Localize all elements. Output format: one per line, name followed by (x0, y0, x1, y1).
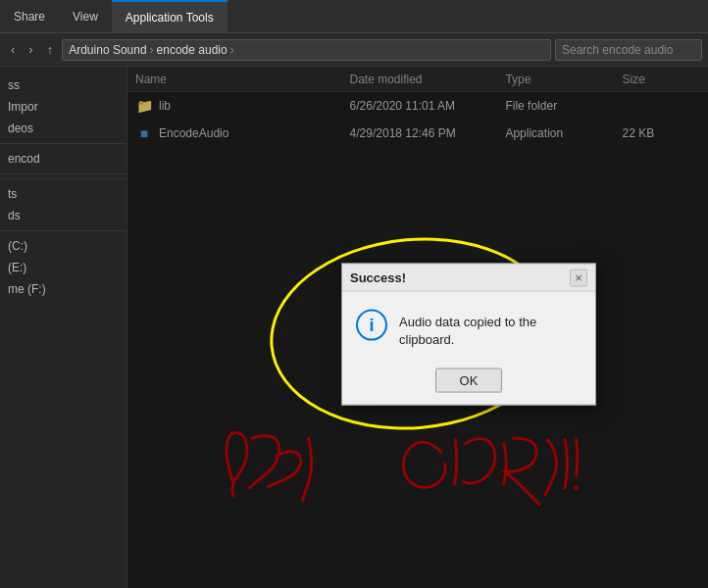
crumb-arduino: Arduino Sound (69, 43, 146, 57)
ribbon-bar: Share View Application Tools (0, 0, 708, 33)
sidebar-item-ss[interactable]: ss (0, 74, 126, 96)
sidebar-item-ts[interactable]: ts (0, 183, 126, 205)
sidebar-item-impor[interactable]: Impor (0, 96, 126, 118)
dialog-footer: OK (342, 361, 595, 405)
search-box[interactable]: Search encode audio (555, 39, 702, 61)
crumb-encode: encode audio (157, 43, 228, 57)
tab-share[interactable]: Share (0, 0, 59, 32)
back-button[interactable]: ‹ (6, 40, 20, 59)
tab-application-tools[interactable]: Application Tools (112, 0, 228, 32)
sidebar-item-f[interactable]: me (F:) (0, 278, 126, 300)
sidebar-item-ds[interactable]: ds (0, 205, 126, 226)
search-placeholder: Search encode audio (562, 43, 673, 57)
ok-button[interactable]: OK (435, 368, 503, 393)
sidebar-item-e[interactable]: (E:) (0, 257, 126, 278)
sidebar-item-deos[interactable]: deos (0, 118, 126, 139)
dialog-body: i Audio data copied to the clipboard. (342, 292, 595, 361)
success-dialog: Success! × i Audio data copied to the cl… (341, 264, 596, 406)
sidebar-item-c[interactable]: (C:) (0, 235, 126, 257)
forward-button[interactable]: › (24, 40, 37, 59)
main-layout: ss Impor deos encod ts ds (C:) (E:) me (… (0, 67, 708, 588)
address-crumb[interactable]: Arduino Sound › encode audio › (62, 39, 551, 61)
info-icon: i (356, 310, 387, 341)
up-button[interactable]: ↑ (42, 40, 59, 59)
sidebar-divider-3 (0, 178, 126, 179)
sidebar: ss Impor deos encod ts ds (C:) (E:) me (… (0, 67, 127, 588)
dialog-message: Audio data copied to the clipboard. (399, 310, 582, 349)
sidebar-item-encod[interactable]: encod (0, 148, 126, 170)
dialog-close-button[interactable]: × (570, 269, 587, 286)
file-area: Name Date modified Type Size 📁 lib 6/26/… (127, 67, 708, 588)
sidebar-divider-4 (0, 230, 126, 231)
sidebar-divider-1 (0, 143, 126, 144)
dialog-title: Success! (350, 270, 406, 285)
sidebar-divider-2 (0, 173, 126, 174)
tab-view[interactable]: View (59, 0, 112, 32)
dialog-titlebar: Success! × (342, 265, 595, 292)
address-bar: ‹ › ↑ Arduino Sound › encode audio › Sea… (0, 33, 708, 67)
